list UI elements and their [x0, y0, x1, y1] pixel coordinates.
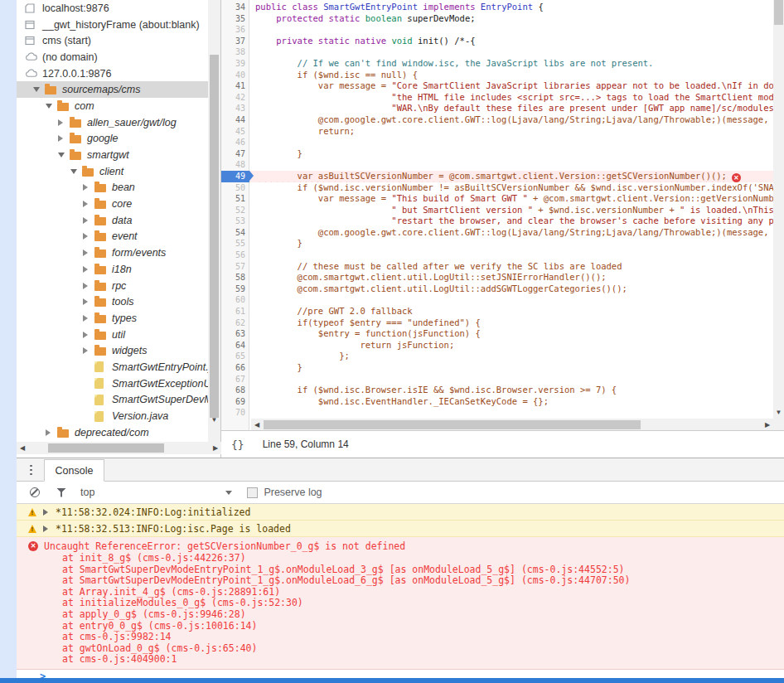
expand-arrow-icon[interactable] [83, 332, 94, 338]
editor-hscroll-thumb[interactable] [264, 420, 641, 429]
code-line[interactable]: 60 [221, 294, 773, 306]
code-line[interactable]: 65 }; [221, 351, 773, 362]
tree-hscroll-right-arrow-icon[interactable]: ▶ [210, 442, 221, 454]
code-line[interactable]: 67 [221, 374, 773, 385]
editor-horizontal-scrollbar[interactable]: ◀ ▶ [251, 419, 773, 430]
line-number[interactable]: 41 [221, 80, 249, 92]
line-number[interactable]: 45 [221, 126, 249, 138]
code-line[interactable]: 46 [221, 137, 773, 148]
code-line[interactable]: 66 } [221, 362, 773, 374]
tree-item[interactable]: rpc [17, 278, 208, 294]
code-line[interactable]: 58 @com.smartgwt.client.util.LogUtil::se… [221, 272, 773, 283]
tree-hscroll-left-arrow-icon[interactable]: ◀ [17, 442, 28, 454]
code-line[interactable]: 50 if ($wnd.isc.versionNumber != asBuilt… [221, 182, 773, 194]
tree-item[interactable]: i18n [17, 261, 208, 278]
editor-hscroll-left-arrow-icon[interactable]: ◀ [251, 419, 263, 431]
tree-vertical-scrollbar[interactable]: ▼ [208, 0, 220, 442]
line-number[interactable]: 70 [221, 407, 249, 419]
line-number[interactable]: 49 [221, 171, 249, 182]
editor-vscroll-thumb[interactable] [774, 0, 783, 25]
tree-item[interactable]: client [17, 163, 208, 180]
line-number[interactable]: 42 [221, 92, 249, 104]
line-number[interactable]: 69 [221, 396, 249, 408]
code-line[interactable]: 48 [221, 159, 773, 171]
line-number[interactable]: 40 [221, 70, 249, 81]
pretty-print-icon[interactable]: {} [231, 438, 244, 451]
line-number[interactable]: 36 [221, 24, 249, 36]
tree-item[interactable]: deprecated/com [17, 424, 208, 441]
line-number[interactable]: 51 [221, 193, 249, 205]
tree-item[interactable]: tools [17, 293, 208, 310]
code-line[interactable]: 68 if ($wnd.isc.Browser.isIE && $wnd.isc… [221, 385, 773, 396]
tree-item[interactable]: event [17, 229, 208, 245]
tree-item[interactable]: SmartGwtEntryPoint.java [17, 359, 208, 375]
code-line[interactable]: 40 if ($wnd.isc == null) { [221, 70, 773, 81]
tree-item[interactable]: Version.java [17, 408, 208, 424]
code-line[interactable]: 43 "WAR.\nBy default these files are pre… [221, 103, 773, 114]
line-number[interactable]: 52 [221, 205, 249, 216]
code-line[interactable]: 47 } [221, 148, 773, 160]
collapse-arrow-icon[interactable] [58, 153, 70, 157]
line-number[interactable]: 59 [221, 283, 249, 295]
code-line[interactable]: 53 "restart the browser, and clear the b… [221, 216, 773, 227]
line-number[interactable]: 38 [221, 46, 249, 58]
expand-arrow-icon[interactable] [83, 201, 94, 207]
line-number[interactable]: 54 [221, 227, 249, 239]
tree-item[interactable]: form/events [17, 245, 208, 261]
line-number[interactable]: 47 [221, 148, 249, 160]
code-line[interactable]: 64 return jsFunction; [221, 340, 773, 351]
code-line[interactable]: 45 return; [221, 126, 773, 138]
drawer-menu-icon[interactable] [30, 465, 32, 476]
line-number[interactable]: 53 [221, 216, 249, 227]
expand-arrow-icon[interactable] [58, 119, 70, 126]
expand-arrow-icon[interactable] [83, 298, 94, 305]
tree-item[interactable]: __gwt_historyFrame (about:blank) [17, 17, 208, 33]
expand-arrow-icon[interactable] [83, 347, 94, 354]
context-dropdown-arrow-icon[interactable] [225, 491, 232, 495]
tree-item[interactable]: sourcemaps/cms [17, 81, 208, 98]
filter-icon[interactable] [56, 488, 66, 497]
preserve-log-checkbox[interactable] [247, 487, 258, 498]
code-area[interactable]: 34public class SmartGwtEntryPoint implem… [221, 0, 773, 430]
code-line[interactable]: 52 " but SmartClient version " + $wnd.is… [221, 205, 773, 216]
line-number[interactable]: 44 [221, 114, 249, 126]
tree-vscroll-thumb[interactable] [210, 55, 219, 418]
code-line[interactable]: 54 @com.google.gwt.core.client.GWT::log(… [221, 227, 773, 239]
expand-arrow-icon[interactable] [58, 135, 70, 142]
line-number[interactable]: 46 [221, 137, 249, 148]
line-number[interactable]: 34 [221, 2, 249, 13]
line-number[interactable]: 56 [221, 249, 249, 261]
tab-console[interactable]: Console [44, 459, 105, 482]
line-number[interactable]: 35 [221, 13, 249, 25]
tree-item[interactable]: 127.0.0.1:9876 [17, 65, 208, 82]
tree-vscroll-down-arrow-icon[interactable]: ▼ [208, 414, 220, 426]
expand-triangle-icon[interactable] [43, 509, 48, 516]
tree-item[interactable]: com [17, 98, 208, 114]
expand-arrow-icon[interactable] [83, 217, 94, 224]
line-number[interactable]: 43 [221, 103, 249, 114]
tree-item[interactable]: types [17, 310, 208, 327]
code-line[interactable]: 62 if(typeof $entry === "undefined") { [221, 317, 773, 329]
code-line[interactable]: 36 [221, 24, 773, 36]
tree-item[interactable]: allen_sauer/gwt/log [17, 114, 208, 131]
expand-arrow-icon[interactable] [83, 249, 94, 256]
line-number[interactable]: 66 [221, 362, 249, 374]
code-line[interactable]: 63 $entry = function(jsFunction) { [221, 328, 773, 340]
collapse-arrow-icon[interactable] [46, 104, 57, 109]
code-line[interactable]: 55 } [221, 238, 773, 249]
line-number[interactable]: 67 [221, 374, 249, 385]
line-number[interactable]: 64 [221, 340, 249, 351]
inline-error-icon[interactable]: ✕ [732, 173, 741, 182]
tree-item[interactable]: bean [17, 180, 208, 196]
tree-item[interactable]: core [17, 196, 208, 212]
code-line[interactable]: 51 var message = "This build of Smart GW… [221, 193, 773, 205]
editor-hscroll-right-arrow-icon[interactable]: ▶ [762, 419, 773, 431]
code-line[interactable]: 70 [221, 407, 773, 419]
line-number[interactable]: 62 [221, 317, 249, 329]
tree-hscroll-thumb[interactable] [48, 443, 164, 453]
collapse-arrow-icon[interactable] [33, 87, 45, 92]
line-number[interactable]: 61 [221, 306, 249, 317]
line-number[interactable]: 55 [221, 238, 249, 249]
tree-horizontal-scrollbar[interactable]: ◀ ▶ [17, 442, 221, 454]
code-line[interactable]: 49 var asBuiltSCVersionNumber = @com.sma… [221, 171, 773, 182]
